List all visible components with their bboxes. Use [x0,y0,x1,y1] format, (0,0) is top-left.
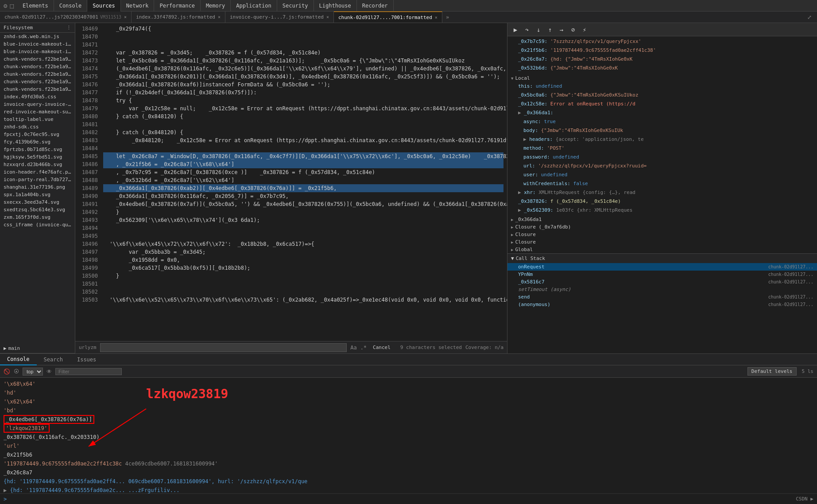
sidebar-item-0[interactable]: znhd-sdk.web.min.js [0,33,75,40]
tab-console[interactable]: Console [54,0,88,12]
tab-application[interactable]: Application [231,0,277,12]
sidebar-item-16[interactable]: hgjksyw.5e5fbd51.svg [0,153,75,161]
tab-security[interactable]: Security [277,0,314,12]
sidebar-item-12[interactable]: znhd-sdk.css [0,123,75,131]
sidebar-bottom-section[interactable]: ▶ main [0,344,75,353]
tab-recorder[interactable]: Recorder [357,0,394,12]
sidebar-item-18[interactable]: icon-header.f4e76afc.png [0,168,75,176]
callstack-header[interactable]: ▼ Call Stack [507,253,817,263]
file-tab-0[interactable]: chunk-02d91l27...js?202303407001 VM31151… [0,12,132,23]
sidebar-item-1[interactable]: blue-invoice-makeout-inde [0,40,75,48]
search-input[interactable] [100,343,347,352]
tab-lighthouse[interactable]: Lighthouse [314,0,357,12]
console-input[interactable] [10,496,796,502]
code-editor: 1846918470184711847218473184741847518476… [75,23,507,353]
callstack-frame-onrequest[interactable]: onRequest chunk-02d91l27... [507,263,817,271]
close-tab-3[interactable]: × [435,15,438,20]
scope-closure-2[interactable]: ▶ Closure [507,238,817,246]
sidebar-item-24[interactable]: zxm.165f3f0d.svg [0,213,75,221]
sidebar-item-7[interactable]: chunk-vendors.f22be1a9.cs [0,85,75,93]
tab-sources[interactable]: Sources [87,0,121,12]
sidebar-header: Filesystem ⋮ [0,23,75,33]
sidebar-item-13[interactable]: fpcxtj.0c76ec95.svg [0,131,75,138]
resume-button[interactable]: ▶ [511,25,520,34]
step-over-button[interactable]: ↷ [523,25,531,34]
tab-performance[interactable]: Performance [154,0,200,12]
close-tab-0[interactable]: × [124,15,127,19]
close-tab-1[interactable]: × [218,15,221,19]
sidebar-item-14[interactable]: fcy.4139b69e.svg [0,138,75,146]
sidebar-item-4[interactable]: chunk-vendors.f22be1a9-2. [0,63,75,70]
step-into-button[interactable]: ↓ [534,25,543,34]
clear-console-icon[interactable]: 🚫 [4,368,10,375]
csdn-label[interactable]: CSDN ▶ [796,496,813,502]
scope-closure-1[interactable]: ▶ Closure [507,231,817,238]
console-context-select[interactable]: top [23,368,43,376]
scope-global[interactable]: ▶ Global [507,246,817,253]
pause-on-exceptions-button[interactable]: ⚡ [580,25,589,34]
bottom-tab-console[interactable]: Console [0,354,37,365]
file-tab-1[interactable]: index.33f47892.js:formatted × [132,12,225,23]
sidebar-item-21[interactable]: spx.1a1a404b.svg [0,191,75,198]
sidebar-item-8[interactable]: index.49fd30a5.css [0,93,75,101]
code-content[interactable]: _0x29fa74({ var _0x387826 = _0x3d45; _0x… [100,23,507,341]
sidebar-item-17[interactable]: hzxxqrd.d23b466b.svg [0,161,75,168]
sidebar-item-3[interactable]: chunk-vendors.f22be1a9-1. [0,55,75,63]
sidebar-item-15[interactable]: fprtzbs.0b71d85c.svg [0,146,75,153]
code-area[interactable]: 1846918470184711847218473184741847518476… [75,23,507,341]
sidebar-item-22[interactable]: sxecxx.3eed3a74.svg [0,198,75,206]
file-tab-3[interactable]: chunk-02d91l27....7001:formatted × [334,12,442,23]
tab-expand-icon[interactable]: ⤢ [805,14,813,20]
preserve-log-icon[interactable]: ⦿ [14,368,19,375]
search-bar: urlyzm Aa .* Cancel 9 characters selecte… [75,341,507,353]
console-output: '\x68\x64' 'hd' '\x62\x64' 'bd' _0x4edbe… [0,378,817,493]
local-562309-expand[interactable]: ▶ _0x562309: 1e03fc {xhr: XMLHttpReques [507,206,817,215]
scope-item-top-1: _0x21f5b6: '1197874449.9c675555fad0ae2cf… [507,46,817,55]
bottom-tab-issues[interactable]: Issues [70,354,103,365]
tab-memory[interactable]: Memory [201,0,231,12]
sidebar-item-20[interactable]: shanghai.31e77196.png [0,183,75,191]
sidebar-item-6[interactable]: chunk-vendors.f22be1a9-4. [0,78,75,85]
sidebar-item-2[interactable]: blue-invoice-makeout-inde [0,48,75,55]
local-headers-expand[interactable]: ▶ headers: {accept: 'application/json, t… [507,135,817,144]
eye-icon[interactable]: 👁 [46,368,52,375]
console-line-6: _0x387826(_0x116afc._0x203310) [0,433,817,442]
local-366da1-expand[interactable]: ▶ _0x366da1: [507,109,817,117]
scope-closure-7af6db[interactable]: ▶ Closure (_0x7af6db) [507,223,817,231]
tab-network[interactable]: Network [121,0,155,12]
local-scope-header[interactable]: ▼ Local [507,74,817,82]
step-button[interactable]: → [557,25,566,34]
deactivate-breakpoints-button[interactable]: ⊘ [569,25,577,34]
console-line-3: 'bd' [0,406,817,415]
toolbar-icons: ⚙ ⬚ [0,2,17,9]
sidebar-item-23[interactable]: sxedtzsq.5bc614e3.svg [0,206,75,213]
local-url: url: '/szzhzz/qlfpcx/v1/queryFpjcxx?ruui… [507,162,817,171]
search-aa-icon[interactable]: Aa [350,345,356,351]
inspector-icon[interactable]: ⬚ [10,2,13,9]
local-body: body: {"Jmbw":"4TmRsXIohGe0xKSuIUk [507,126,817,135]
callstack-frame-anonymous[interactable]: (anonymous) chunk-02d91l27... [507,301,817,308]
sidebar-menu-icon[interactable]: ⋮ [66,25,71,31]
bottom-tab-search[interactable]: Search [37,354,70,365]
search-cancel-button[interactable]: Cancel [370,344,393,351]
callstack-frame-send[interactable]: send chunk-02d91l27... [507,293,817,301]
file-tab-2[interactable]: invoice-query-i...7.js:formatted × [225,12,334,23]
sidebar-item-19[interactable]: icon-party-real.7db727a8.p [0,176,75,183]
scope-section-local: ▼ Local this: undefined _0x5bc0a6: {"Jmb… [507,74,817,216]
sidebar-item-5[interactable]: chunk-vendors.f22be1a9-3. [0,70,75,78]
sidebar-item-10[interactable]: red-invoice-makeout-suces [0,108,75,116]
scope-366da1-expand[interactable]: ▶ _0x366da1 [507,216,817,223]
sidebar-item-11[interactable]: tooltip-label.vue [0,116,75,123]
tab-elements[interactable]: Elements [17,0,54,12]
search-regex-icon[interactable]: .* [360,345,367,351]
more-tabs-button[interactable]: » [442,14,453,20]
step-out-button[interactable]: ↑ [546,25,554,34]
sidebar-item-25[interactable]: css_iframe (invoice-query) [0,221,75,229]
close-tab-2[interactable]: × [326,15,329,19]
callstack-frame-5816c7[interactable]: _0x5816c7 chunk-02d91l27... [507,278,817,286]
local-xhr-expand[interactable]: ▶ xhr: XMLHttpRequest {config: {…}, read [507,188,817,197]
console-filter-input[interactable] [55,368,122,375]
levels-dropdown[interactable]: Default levels [747,367,797,376]
callstack-frame-ypnnm[interactable]: YPnNm chunk-02d91l27... [507,271,817,278]
sidebar-item-9[interactable]: invoice-query-invoice-que [0,101,75,108]
